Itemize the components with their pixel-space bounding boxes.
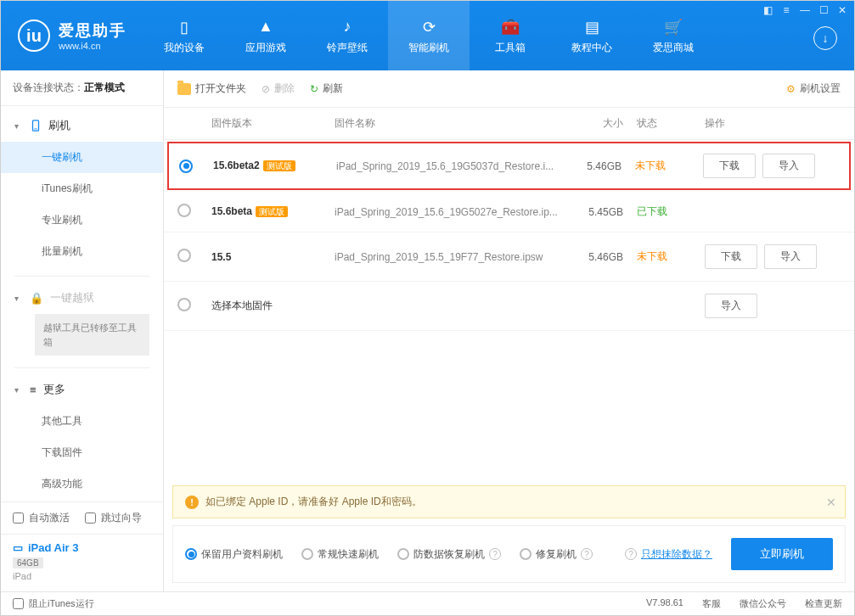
firmware-status: 未下载: [637, 249, 705, 264]
cart-icon: 🛒: [663, 17, 683, 37]
nav-ringtones[interactable]: ♪铃声壁纸: [307, 1, 388, 70]
block-itunes-label: 阻止iTunes运行: [29, 597, 94, 610]
menu-icon[interactable]: ≡: [779, 4, 793, 16]
chevron-down-icon: ▾: [14, 385, 23, 395]
radio-icon[interactable]: [177, 249, 191, 262]
more-icon: ≡: [30, 384, 37, 396]
sidebar-item-download-firmware[interactable]: 下载固件: [1, 437, 163, 468]
firmware-ops: 下载导入: [705, 244, 841, 269]
col-status: 状态: [637, 116, 705, 131]
svg-rect-1: [34, 129, 37, 130]
toolbox-icon: 🧰: [500, 17, 520, 37]
nav-smart-flash[interactable]: ⟳智能刷机: [388, 1, 470, 70]
radio-icon: [397, 548, 409, 560]
firmware-size: 5.46GB: [567, 160, 635, 172]
option-normal-flash[interactable]: 常规快速刷机: [301, 547, 379, 562]
auto-activate-checkbox[interactable]: [13, 512, 24, 524]
app-title: 爱思助手: [59, 20, 127, 41]
sidebar-item-oneclick-flash[interactable]: 一键刷机: [1, 142, 163, 173]
radio-icon[interactable]: [179, 160, 193, 173]
phone-icon: ▯: [174, 17, 194, 37]
gear-icon: ⚙: [786, 83, 796, 95]
maximize-icon[interactable]: ☐: [817, 4, 830, 16]
refresh-icon: ⟳: [419, 17, 439, 37]
flash-now-button[interactable]: 立即刷机: [731, 538, 833, 570]
main-panel: 打开文件夹 ⊘删除 ↻刷新 ⚙刷机设置 固件版本 固件名称 大小 状态 操作 1…: [164, 70, 854, 591]
radio-icon[interactable]: [177, 298, 191, 311]
sidebar-item-itunes-flash[interactable]: iTunes刷机: [1, 173, 163, 204]
open-folder-button[interactable]: 打开文件夹: [177, 81, 246, 96]
radio-icon[interactable]: [177, 204, 191, 217]
import-button[interactable]: 导入: [764, 244, 817, 269]
device-storage-badge: 64GB: [13, 557, 43, 568]
sidebar-item-advanced[interactable]: 高级功能: [1, 468, 163, 500]
sidebar-jailbreak-header: ▾ 🔒 一键越狱: [1, 282, 163, 314]
flash-options-bar: 保留用户资料刷机 常规快速刷机 防数据恢复刷机? 修复刷机? ?只想抹除数据？ …: [172, 525, 846, 583]
erase-data-link[interactable]: 只想抹除数据？: [641, 547, 712, 562]
sidebar: 设备连接状态：正常模式 ▾ 刷机 一键刷机 iTunes刷机 专业刷机 批量刷机…: [1, 70, 164, 591]
firmware-status: 已下载: [637, 204, 705, 219]
local-firmware-row[interactable]: 选择本地固件导入: [164, 282, 854, 331]
skin-icon[interactable]: ◧: [761, 4, 774, 16]
apple-id-notice: ! 如已绑定 Apple ID，请准备好 Apple ID和密码。 ✕: [172, 485, 846, 518]
firmware-size: 5.45GB: [569, 206, 637, 218]
flash-settings-button[interactable]: ⚙刷机设置: [786, 81, 841, 96]
sidebar-item-pro-flash[interactable]: 专业刷机: [1, 204, 163, 236]
sidebar-item-batch-flash[interactable]: 批量刷机: [1, 236, 163, 267]
firmware-version: 15.5: [211, 251, 335, 263]
firmware-row[interactable]: 15.6beta2测试版iPad_Spring_2019_15.6_19G503…: [167, 142, 851, 190]
download-indicator-icon[interactable]: ↓: [813, 26, 837, 50]
table-header: 固件版本 固件名称 大小 状态 操作: [164, 108, 854, 140]
nav-tutorials[interactable]: ▤教程中心: [551, 1, 633, 70]
skip-guide-checkbox[interactable]: [85, 512, 96, 524]
firmware-version: 15.6beta2测试版: [213, 160, 336, 172]
sidebar-more-header[interactable]: ▾ ≡ 更多: [1, 373, 163, 406]
delete-icon: ⊘: [262, 83, 270, 95]
radio-icon: [520, 548, 532, 560]
app-logo-icon: iu: [18, 20, 50, 52]
logo-area: iu 爱思助手 www.i4.cn: [1, 20, 143, 52]
refresh-button[interactable]: ↻刷新: [310, 81, 343, 96]
help-icon[interactable]: ?: [489, 548, 501, 560]
radio-icon: [185, 548, 197, 560]
delete-button[interactable]: ⊘删除: [262, 81, 295, 96]
local-firmware-label: 选择本地固件: [211, 299, 569, 313]
beta-badge: 测试版: [256, 206, 288, 217]
sidebar-item-other-tools[interactable]: 其他工具: [1, 406, 163, 437]
block-itunes-checkbox[interactable]: [13, 598, 24, 609]
import-button[interactable]: 导入: [705, 294, 757, 318]
import-button[interactable]: 导入: [762, 154, 815, 178]
download-button[interactable]: 下载: [705, 244, 757, 269]
sidebar-flash-header[interactable]: ▾ 刷机: [1, 109, 163, 142]
wechat-link[interactable]: 微信公众号: [740, 597, 786, 610]
nav-toolbox[interactable]: 🧰工具箱: [470, 1, 551, 70]
notice-close-button[interactable]: ✕: [826, 496, 836, 509]
app-url: www.i4.cn: [59, 41, 127, 51]
col-name: 固件名称: [335, 116, 569, 131]
device-name[interactable]: ▭ iPad Air 3: [13, 541, 151, 554]
firmware-row[interactable]: 15.6beta测试版iPad_Spring_2019_15.6_19G5027…: [164, 192, 854, 232]
firmware-version: 15.6beta测试版: [211, 205, 335, 218]
nav-apps-games[interactable]: ▲应用游戏: [225, 1, 307, 70]
nav-store[interactable]: 🛒爱思商城: [633, 1, 714, 70]
help-icon[interactable]: ?: [625, 548, 637, 560]
warning-icon: !: [185, 496, 199, 509]
firmware-row[interactable]: 15.5iPad_Spring_2019_15.5_19F77_Restore.…: [164, 232, 854, 282]
firmware-filename: iPad_Spring_2019_15.6_19G5037d_Restore.i…: [336, 160, 567, 172]
nav-my-device[interactable]: ▯我的设备: [143, 1, 225, 70]
minimize-icon[interactable]: —: [798, 4, 812, 16]
option-keep-data[interactable]: 保留用户资料刷机: [185, 547, 283, 562]
close-icon[interactable]: ✕: [835, 4, 849, 16]
option-repair-flash[interactable]: 修复刷机?: [520, 547, 593, 562]
app-header: iu 爱思助手 www.i4.cn ▯我的设备 ▲应用游戏 ♪铃声壁纸 ⟳智能刷…: [1, 1, 854, 70]
help-icon[interactable]: ?: [581, 548, 593, 560]
status-bar: 阻止iTunes运行 V7.98.61 客服 微信公众号 检查更新: [1, 591, 854, 615]
check-update-link[interactable]: 检查更新: [805, 597, 842, 610]
download-button[interactable]: 下载: [703, 154, 756, 178]
col-size: 大小: [569, 116, 637, 131]
firmware-size: 5.46GB: [569, 251, 637, 263]
option-anti-recovery[interactable]: 防数据恢复刷机?: [397, 547, 501, 562]
support-link[interactable]: 客服: [702, 597, 721, 610]
beta-badge: 测试版: [263, 160, 295, 171]
tablet-icon: ▭: [13, 541, 23, 554]
